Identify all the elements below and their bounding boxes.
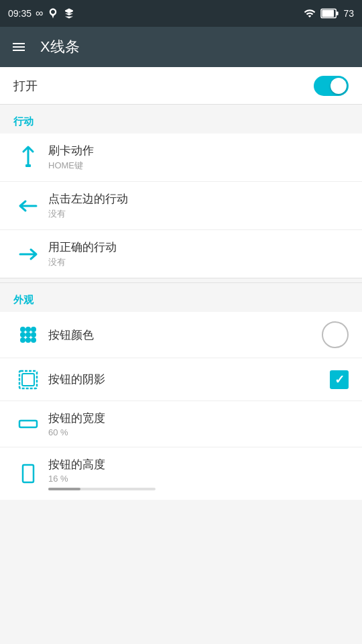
dots-icon [13,324,43,345]
button-width-title: 按钮的宽度 [48,411,349,426]
svg-point-8 [25,332,31,337]
svg-point-10 [20,337,25,343]
right-action-item[interactable]: 用正确的行动 没有 [0,230,362,278]
status-bar: 09:35 ∞ 73 [0,0,362,27]
button-height-title: 按钮的高度 [48,457,349,472]
button-shadow-title: 按钮的阴影 [48,372,330,387]
svg-point-11 [25,337,31,343]
toggle-row: 打开 [0,67,362,105]
time: 09:35 [8,8,32,19]
svg-point-12 [31,337,36,343]
color-circle[interactable] [322,321,349,348]
status-left: 09:35 ∞ [8,7,75,19]
color-circle-container[interactable] [322,321,349,348]
right-action-title: 用正确的行动 [48,239,349,255]
height-slider-track[interactable] [48,488,156,490]
alarm-icon [47,7,59,19]
notification-icon [63,7,75,19]
button-color-title: 按钮颜色 [48,327,322,343]
main-toggle[interactable] [314,76,349,96]
left-action-title: 点击左边的行动 [48,191,349,207]
button-color-item[interactable]: 按钮颜色 [0,312,362,358]
left-action-subtitle: 没有 [48,208,349,220]
swipe-action-subtitle: HOME键 [48,160,349,172]
height-icon [13,462,43,485]
shadow-checkbox[interactable] [330,370,349,389]
left-action-text: 点击左边的行动 没有 [48,191,349,220]
swipe-action-title: 刷卡动作 [48,143,349,158]
battery-icon [320,8,339,19]
section-header-action: 行动 [0,105,362,133]
appearance-group: 按钮颜色 按钮的阴影 按钮的宽度 60 % [0,312,362,500]
svg-point-5 [25,327,31,332]
svg-point-7 [20,332,25,337]
button-width-item[interactable]: 按钮的宽度 60 % [0,401,362,447]
menu-icon[interactable] [11,39,27,55]
shadow-icon [13,369,43,390]
svg-point-6 [31,327,36,332]
button-width-text: 按钮的宽度 60 % [48,411,349,437]
left-action-item[interactable]: 点击左边的行动 没有 [0,182,362,230]
height-slider-fill [48,488,80,490]
svg-rect-16 [23,465,34,482]
action-group: 刷卡动作 HOME键 点击左边的行动 没有 用正确的行动 没有 [0,133,362,278]
svg-point-9 [31,332,36,337]
svg-rect-3 [25,164,31,167]
battery-level: 73 [343,8,354,19]
arrow-left-icon [13,199,43,213]
button-color-text: 按钮颜色 [48,327,322,343]
status-right: 73 [303,7,354,19]
wifi-icon [303,7,316,19]
swipe-up-icon [13,146,43,170]
button-width-subtitle: 60 % [48,427,349,437]
svg-rect-1 [322,10,335,17]
button-height-text: 按钮的高度 16 % [48,457,349,490]
app-title: X线条 [40,37,80,57]
section-divider [0,278,362,283]
svg-point-4 [20,327,25,332]
loop-icon: ∞ [36,7,43,19]
svg-rect-15 [19,421,37,427]
svg-rect-14 [22,374,34,386]
button-height-subtitle: 16 % [48,474,349,484]
svg-rect-2 [337,11,339,15]
checkbox-checked[interactable] [330,370,349,389]
button-height-item[interactable]: 按钮的高度 16 % [0,447,362,500]
button-shadow-text: 按钮的阴影 [48,372,330,387]
toggle-label: 打开 [13,78,38,94]
button-shadow-item[interactable]: 按钮的阴影 [0,358,362,401]
right-action-subtitle: 没有 [48,256,349,268]
right-action-text: 用正确的行动 没有 [48,239,349,268]
section-header-appearance: 外观 [0,283,362,312]
swipe-action-item[interactable]: 刷卡动作 HOME键 [0,133,362,182]
width-icon [13,417,43,431]
swipe-action-text: 刷卡动作 HOME键 [48,143,349,172]
app-bar: X线条 [0,27,362,67]
arrow-right-icon [13,248,43,261]
